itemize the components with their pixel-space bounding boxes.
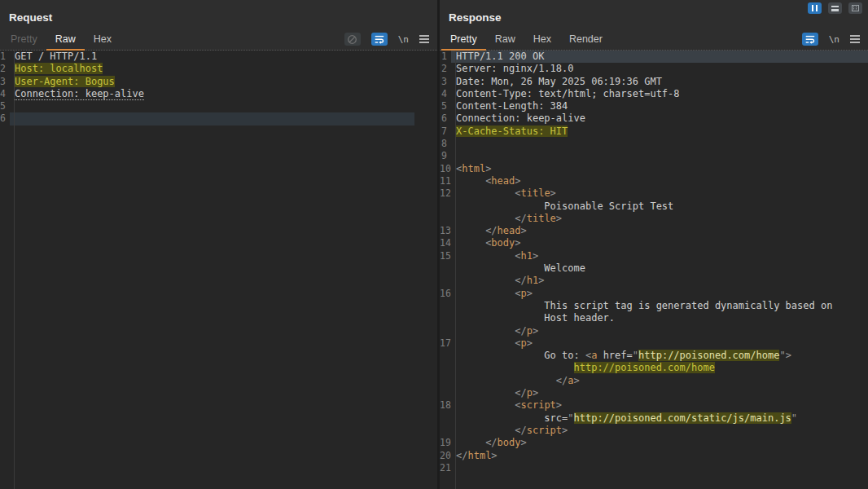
code-text: X-Cache-Status: HIT [451,126,868,138]
request-panel: Request Pretty Raw Hex [0,0,437,489]
code-line[interactable]: </script> [440,425,868,437]
code-line[interactable]: 20</html> [440,450,868,462]
line-number [440,275,451,287]
gutter-divider [455,51,456,489]
menu-icon[interactable] [850,35,860,43]
code-line[interactable]: </title> [440,213,868,225]
line-number: 10 [440,163,451,175]
code-line[interactable]: 12 <title> [440,187,868,200]
line-number: 16 [440,288,451,300]
code-text: User-Agent: Bogus [10,76,437,88]
code-text: <script> [451,399,868,412]
line-number: 5 [440,100,451,112]
code-line[interactable]: 5Content-Length: 384 [440,100,868,112]
code-line[interactable]: 1GET / HTTP/1.1 [0,51,437,63]
code-text: HTTP/1.1 200 OK [451,51,868,63]
request-code: 1GET / HTTP/1.12Host: localhost3User-Age… [0,51,437,126]
response-tab-pretty[interactable]: Pretty [441,33,486,50]
code-text: </head> [451,225,868,237]
response-code: 1HTTP/1.1 200 OK2Server: nginx/1.18.03Da… [440,51,868,474]
code-line[interactable]: 3Date: Mon, 26 May 2025 06:19:36 GMT [440,76,868,88]
code-line[interactable]: src="http://poisoned.com/static/js/main.… [440,412,868,425]
hide-disabled-button[interactable] [344,33,361,46]
code-text: <head> [451,175,868,187]
code-line[interactable]: 7X-Cache-Status: HIT [440,126,868,138]
code-line[interactable]: 13 </head> [440,225,868,237]
code-line[interactable]: 17 <p> [440,337,868,350]
line-number: 20 [440,450,451,462]
code-text [10,112,414,125]
response-tab-hex[interactable]: Hex [524,33,560,50]
code-text: Host header. [451,312,868,324]
line-number: 1 [0,51,10,63]
code-text: This script tag is generated dynamically… [451,300,868,312]
code-line[interactable]: 11 <head> [440,175,868,187]
code-line[interactable]: </p> [440,387,868,399]
layout-columns-button[interactable] [808,2,822,14]
code-text: http://poisoned.com/home [451,362,868,374]
code-line[interactable]: 9 [440,150,868,162]
code-line[interactable]: This script tag is generated dynamically… [440,300,868,312]
code-line[interactable]: 3User-Agent: Bogus [0,76,437,88]
code-text: </p> [451,325,868,337]
line-number [440,362,451,374]
response-editor[interactable]: 1HTTP/1.1 200 OK2Server: nginx/1.18.03Da… [440,51,868,489]
code-line[interactable]: </p> [440,325,868,337]
code-line[interactable]: 8 [440,138,868,150]
line-number: 7 [440,126,451,138]
word-wrap-button[interactable] [802,33,818,46]
code-line[interactable]: 2Server: nginx/1.18.0 [440,63,868,75]
code-line[interactable]: 16 <p> [440,288,868,300]
request-tab-pretty[interactable]: Pretty [2,33,46,50]
response-tab-raw[interactable]: Raw [486,33,524,50]
layout-rows-button[interactable] [828,2,842,14]
code-line[interactable]: Host header. [440,312,868,324]
code-line[interactable]: 14 <body> [440,237,868,249]
code-line[interactable]: 10<html> [440,163,868,175]
line-number: 13 [440,225,451,237]
line-number [440,387,451,399]
word-wrap-button[interactable] [371,33,388,46]
code-line[interactable]: 5 [0,100,437,112]
request-title: Request [0,0,437,29]
line-number [440,312,451,324]
code-line[interactable]: 19 </body> [440,437,868,449]
code-line[interactable]: 6 [0,112,437,125]
code-text: </script> [451,425,868,437]
line-number: 8 [440,138,451,150]
response-tabbar: Pretty Raw Hex Render \n [440,29,868,51]
request-editor[interactable]: 1GET / HTTP/1.12Host: localhost3User-Age… [0,51,437,489]
code-line[interactable]: 1HTTP/1.1 200 OK [440,51,868,63]
request-tab-hex[interactable]: Hex [85,33,121,50]
code-text: Go to: <a href="http://poisoned.com/home… [451,350,868,362]
code-line[interactable]: Poisonable Script Test [440,200,868,213]
code-line[interactable]: http://poisoned.com/home [440,362,868,374]
code-text: src="http://poisoned.com/static/js/main.… [451,412,868,425]
code-line[interactable]: 4Content-Type: text/html; charset=utf-8 [440,88,868,100]
code-line[interactable]: 6Connection: keep-alive [440,112,868,125]
menu-icon[interactable] [419,35,429,43]
code-line[interactable]: Go to: <a href="http://poisoned.com/home… [440,350,868,362]
code-line[interactable]: </h1> [440,275,868,287]
code-text [451,150,868,162]
code-line[interactable]: 15 <h1> [440,250,868,262]
response-tab-render[interactable]: Render [560,33,612,50]
gutter-divider [14,51,15,489]
code-line[interactable]: 2Host: localhost [0,63,437,75]
line-number [440,262,451,275]
code-text: <p> [451,337,868,350]
newline-toggle-button[interactable]: \n [829,34,840,45]
code-text: Content-Type: text/html; charset=utf-8 [451,88,868,100]
line-number: 3 [0,76,10,88]
line-number [440,300,451,312]
layout-combined-button[interactable] [848,2,862,14]
code-text [451,462,868,474]
code-line[interactable]: 4Connection: keep-alive [0,88,437,100]
code-line[interactable]: 18 <script> [440,399,868,412]
code-text: Poisonable Script Test [451,200,868,213]
newline-toggle-button[interactable]: \n [398,34,409,45]
request-tab-raw[interactable]: Raw [46,33,85,50]
code-line[interactable]: Welcome [440,262,868,275]
code-line[interactable]: </a> [440,375,868,387]
code-line[interactable]: 21 [440,462,868,474]
